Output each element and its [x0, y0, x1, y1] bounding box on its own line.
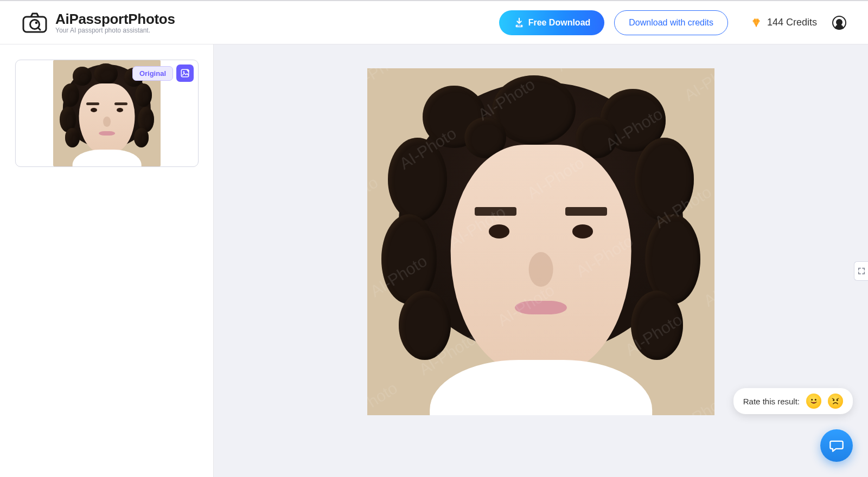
svg-line-3 [38, 28, 40, 30]
download-with-credits-label: Download with credits [629, 18, 713, 28]
expand-icon [858, 267, 865, 275]
download-ad-icon: Ad [513, 17, 525, 29]
main-area: Original [0, 44, 868, 477]
rate-sad-button[interactable] [828, 394, 843, 409]
credits-count: 144 Credits [767, 17, 817, 28]
swap-image-button[interactable] [176, 65, 194, 82]
chat-bubble-icon [829, 438, 844, 453]
rate-result-popover: Rate this result: [733, 388, 853, 414]
free-download-button[interactable]: Ad Free Download [499, 10, 605, 35]
rate-happy-button[interactable] [806, 394, 821, 409]
user-avatar-icon[interactable] [832, 16, 846, 30]
rate-label: Rate this result: [743, 397, 800, 406]
camera-logo-icon [22, 12, 48, 34]
chat-fab-button[interactable] [820, 429, 853, 462]
brand-subtitle: Your AI passport photo assistant. [55, 27, 175, 34]
svg-point-9 [815, 399, 816, 401]
sad-face-icon [830, 396, 841, 407]
image-swap-icon [180, 68, 190, 78]
brand-title: AiPassportPhotos [55, 11, 175, 28]
happy-face-icon [808, 396, 819, 407]
download-with-credits-button[interactable]: Download with credits [614, 10, 728, 35]
brand[interactable]: AiPassportPhotos Your AI passport photo … [22, 11, 175, 34]
credits-display[interactable]: 144 Credits [751, 16, 846, 30]
app-header: AiPassportPhotos Your AI passport photo … [0, 0, 868, 44]
expand-panel-tab[interactable] [854, 261, 868, 281]
result-preview: AI-PhotoAI-PhotoAI-PhotoAI-PhotoAI-Photo… [367, 68, 714, 415]
diamond-icon [751, 17, 762, 28]
svg-point-7 [183, 71, 184, 73]
canvas-area: AI-PhotoAI-PhotoAI-PhotoAI-PhotoAI-Photo… [214, 44, 868, 477]
original-label-pill[interactable]: Original [132, 66, 173, 81]
thumbnail-card[interactable]: Original [15, 60, 199, 167]
svg-text:Ad: Ad [518, 24, 521, 27]
free-download-label: Free Download [528, 18, 591, 28]
svg-point-2 [35, 21, 38, 24]
sidebar: Original [0, 44, 214, 477]
svg-point-8 [811, 399, 813, 401]
